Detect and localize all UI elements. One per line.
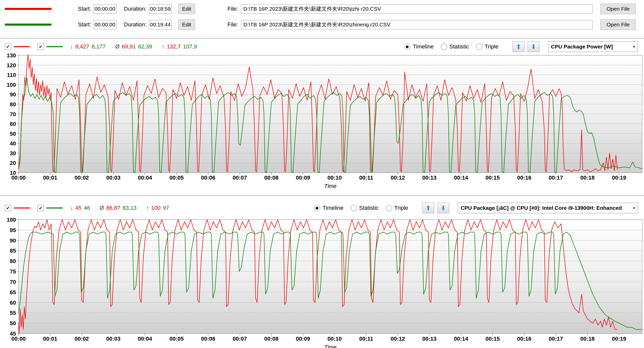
max-value-red: 132,7	[167, 43, 181, 50]
x-tick-label: 00:06	[201, 175, 215, 181]
y-tick-label: 85	[10, 248, 16, 254]
red-series-color-bar	[5, 8, 51, 10]
duration-input[interactable]	[149, 4, 172, 14]
file-path-input[interactable]	[241, 4, 593, 14]
x-tick-label: 00:05	[169, 336, 184, 342]
x-tick-label: 00:07	[233, 336, 247, 342]
max-value-green: 97	[163, 205, 169, 211]
green-series-checkbox[interactable]: ✔	[38, 205, 44, 211]
radio-triple[interactable]	[386, 205, 392, 211]
y-tick-label: 100	[7, 82, 16, 88]
average-icon: Ø	[115, 43, 119, 50]
y-tick-label: 95	[10, 227, 16, 233]
x-tick-label: 00:17	[549, 175, 563, 181]
avg-value-red: 69,91	[122, 43, 136, 50]
radio-statistic-label[interactable]: Statistic	[449, 43, 469, 50]
y-tick-label: 80	[10, 101, 16, 108]
x-tick-label: 00:04	[138, 336, 152, 342]
edit-button[interactable]: Edit	[178, 4, 195, 14]
open-file-button[interactable]: Open File	[600, 19, 636, 30]
check-icon: ✔	[39, 44, 43, 49]
divider	[0, 38, 644, 39]
radio-timeline-label[interactable]: Timeline	[413, 43, 433, 50]
sensor-dropdown[interactable]: CPU Package [¡ãC] @ CPU [#0]: Intel Core…	[458, 203, 638, 213]
avg-stat: Ø 69,91 62,39	[115, 43, 152, 50]
file-label: File:	[228, 6, 238, 12]
open-file-button[interactable]: Open File	[600, 4, 636, 14]
radio-statistic[interactable]	[351, 205, 357, 211]
x-tick-label: 00:02	[75, 336, 89, 342]
min-value-green: 46	[84, 205, 90, 211]
y-tick-label: 60	[10, 300, 16, 306]
min-value-red: 8,427	[75, 43, 89, 50]
max-value-green: 107,9	[183, 43, 197, 50]
x-tick-label: 00:18	[580, 336, 595, 342]
duration-input[interactable]	[149, 20, 172, 29]
max-stat: ↑ 100 97	[146, 205, 169, 211]
x-tick-label: 00:12	[391, 336, 405, 342]
move-up-button[interactable]: ⬆	[422, 203, 434, 213]
x-tick-label: 00:16	[517, 336, 531, 342]
red-series-checkbox[interactable]: ✔	[5, 44, 11, 50]
check-icon: ✔	[39, 206, 43, 210]
y-tick-label: 55	[10, 310, 16, 316]
file-path-input[interactable]	[241, 20, 593, 29]
y-tick-label: 75	[10, 268, 16, 275]
y-tick-label: 100	[7, 217, 16, 223]
x-tick-label: 00:16	[517, 175, 531, 181]
min-icon: ↓	[70, 205, 73, 211]
x-tick-label: 00:15	[485, 175, 500, 181]
start-time-input[interactable]	[94, 20, 116, 29]
x-tick-label: 00:06	[201, 336, 215, 342]
x-tick-label: 00:10	[327, 175, 342, 181]
radio-statistic-label[interactable]: Statistic	[359, 205, 379, 211]
cpu-temperature-chart: 455055606570758085909510000:0000:0100:02…	[0, 215, 644, 348]
check-icon: ✔	[6, 206, 10, 210]
start-time-input[interactable]	[94, 4, 116, 14]
start-label: Start:	[78, 21, 91, 28]
y-tick-label: 110	[7, 72, 16, 78]
avg-stat: Ø 86,87 83,13	[100, 205, 136, 211]
temperature-chart-toolbar: ✔ ✔ ↓ 45 46 Ø 86,87 83,13 ↑ 100 97 Timel…	[0, 201, 644, 215]
min-value-red: 45	[75, 205, 81, 211]
x-tick-label: 00:15	[485, 336, 500, 342]
y-tick-label: 130	[7, 52, 16, 59]
average-icon: Ø	[100, 205, 104, 211]
radio-timeline[interactable]	[404, 44, 410, 50]
cpu-power-chart: 10203040506070809010011012013000:0000:01…	[0, 50, 644, 192]
radio-statistic[interactable]	[441, 44, 447, 50]
x-tick-label: 00:12	[391, 175, 405, 181]
x-tick-label: 00:11	[359, 336, 373, 342]
move-down-button[interactable]: ⬇	[437, 203, 449, 213]
edit-button[interactable]: Edit	[178, 19, 195, 30]
file-row-green: Start: Duration: Edit File: Open File	[0, 19, 644, 30]
y-tick-label: 20	[10, 160, 16, 166]
x-tick-label: 00:13	[422, 336, 437, 342]
move-down-icon: ⬇	[531, 44, 536, 50]
y-tick-label: 90	[10, 237, 16, 244]
x-tick-label: 00:14	[454, 336, 468, 342]
x-tick-label: 00:18	[580, 175, 595, 181]
move-up-icon: ⬆	[426, 205, 431, 211]
x-tick-label: 00:08	[264, 336, 279, 342]
x-tick-label: 00:10	[327, 336, 342, 342]
radio-triple[interactable]	[476, 44, 482, 50]
file-label: File:	[228, 21, 238, 28]
radio-triple-label[interactable]: Triple	[485, 43, 498, 50]
red-series-checkbox[interactable]: ✔	[5, 205, 11, 211]
y-tick-label: 65	[10, 289, 16, 295]
radio-triple-label[interactable]: Triple	[394, 205, 408, 211]
green-series-checkbox[interactable]: ✔	[38, 44, 44, 50]
radio-timeline[interactable]	[314, 205, 320, 211]
x-tick-label: 00:03	[106, 336, 120, 342]
sensor-dropdown-value: CPU Package [¡ãC] @ CPU [#0]: Intel Core…	[461, 205, 622, 211]
y-tick-label: 30	[10, 150, 16, 156]
x-tick-label: 00:09	[296, 336, 310, 342]
y-tick-label: 50	[10, 320, 16, 326]
y-tick-label: 50	[10, 131, 16, 137]
max-icon: ↑	[162, 43, 164, 50]
x-tick-label: 00:05	[169, 175, 184, 181]
x-tick-label: 00:11	[359, 175, 373, 181]
avg-value-red: 86,87	[106, 205, 120, 211]
radio-timeline-label[interactable]: Timeline	[322, 205, 343, 211]
